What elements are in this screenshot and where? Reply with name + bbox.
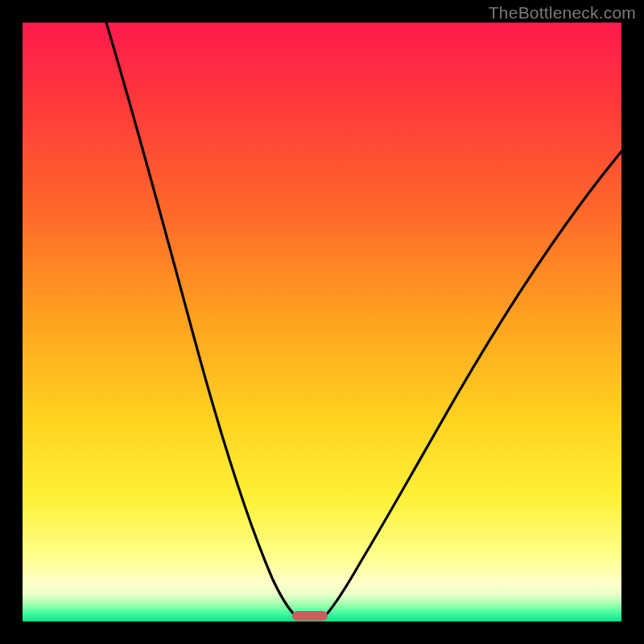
bottleneck-curve [23,23,621,621]
optimal-marker [292,611,328,621]
plot-area [23,23,621,621]
curve-right-branch [325,151,621,616]
curve-left-branch [106,23,295,616]
watermark-text: TheBottleneck.com [489,3,636,23]
chart-frame: TheBottleneck.com [0,0,644,644]
